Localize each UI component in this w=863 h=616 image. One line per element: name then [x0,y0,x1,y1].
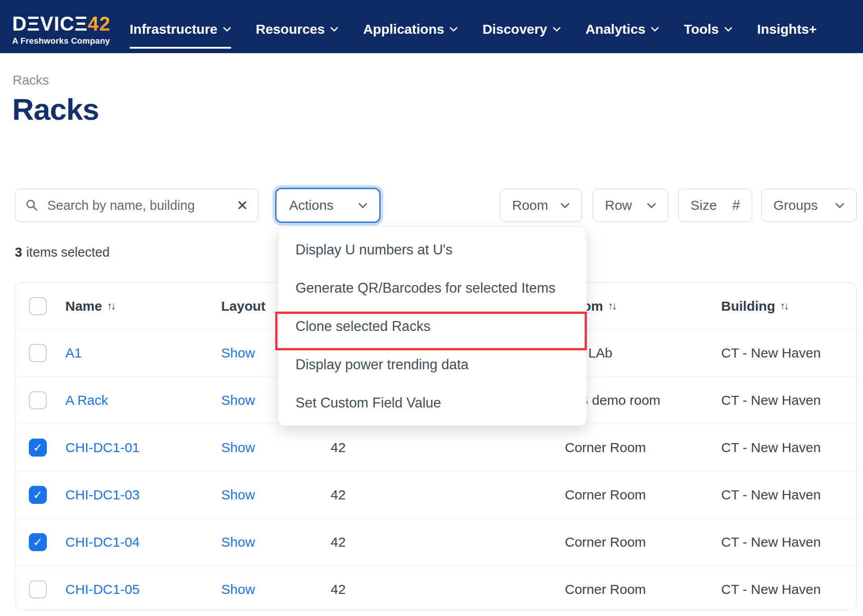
row-checkbox[interactable] [29,391,47,409]
building-value: CT - New Haven [721,582,821,597]
filter-size[interactable]: Size# [678,189,752,222]
logo-wordmark: DΞVICΞ42 [12,14,111,34]
sort-icon[interactable]: ↑↓ [608,300,616,312]
sort-icon[interactable]: ↑↓ [107,300,115,312]
main-menu: Infrastructure Resources Applications Di… [130,22,817,38]
filter-row[interactable]: Row [593,189,668,222]
check-icon: ✓ [33,488,43,502]
chevron-down-icon [223,27,231,32]
row-checkbox[interactable] [29,344,47,362]
room-value: LAb [588,345,612,360]
size-value: 42 [331,534,345,549]
column-header-layout: Layout [221,299,265,314]
row-checkbox[interactable]: ✓ [29,439,47,457]
table-row: ✓CHI-DC1-04Show42Corner RoomCT - New Hav… [15,518,856,566]
chevron-down-icon [835,203,845,208]
search-icon [25,199,39,212]
clear-search-icon[interactable]: ✕ [236,198,249,213]
device42-logo[interactable]: DΞVICΞ42 A Freshworks Company [12,14,111,46]
top-nav: DΞVICΞ42 A Freshworks Company Infrastruc… [0,0,863,53]
building-value: CT - New Haven [721,393,821,408]
search-box[interactable]: ✕ [15,189,259,222]
nav-item-insights[interactable]: Insights+ [757,22,817,38]
room-value: Corner Room [565,582,646,597]
filter-label: Room [512,198,548,213]
menu-item-display-u-numbers-at-u-s[interactable]: Display U numbers at U's [278,231,586,269]
column-header-building[interactable]: Building [721,299,775,314]
chevron-down-icon [330,27,338,32]
chevron-down-icon [560,203,570,208]
nav-item-tools[interactable]: Tools [684,22,732,38]
sort-icon[interactable]: ↑↓ [780,300,788,312]
nav-item-discovery[interactable]: Discovery [482,22,560,38]
room-value: Corner Room [565,440,646,455]
filter-label: Row [605,198,632,213]
chevron-down-icon [724,27,732,32]
check-icon: ✓ [33,535,43,549]
select-all-checkbox[interactable] [29,297,47,315]
nav-item-resources[interactable]: Resources [256,22,338,38]
breadcrumb: Racks [13,73,49,88]
menu-item-set-custom-field-value[interactable]: Set Custom Field Value [278,384,586,422]
chevron-down-icon [651,27,659,32]
search-input[interactable] [46,198,236,213]
building-value: CT - New Haven [721,487,821,502]
check-icon: ✓ [33,441,43,455]
menu-item-generate-qr-barcodes-for-selected-items[interactable]: Generate QR/Barcodes for selected Items [278,269,586,307]
rack-name-link[interactable]: A Rack [65,393,108,408]
show-layout-link[interactable]: Show [221,440,255,455]
table-row: ✓CHI-DC1-03Show42Corner RoomCT - New Hav… [15,471,856,518]
hash-icon: # [732,197,740,213]
show-layout-link[interactable]: Show [221,487,255,502]
menu-item-clone-selected-racks[interactable]: Clone selected Racks [278,307,586,345]
nav-item-label: Applications [363,22,444,37]
selected-count: 3 [15,245,22,259]
rack-name-link[interactable]: CHI-DC1-04 [65,534,140,549]
rack-name-link[interactable]: CHI-DC1-01 [65,440,140,455]
size-value: 42 [331,440,345,455]
size-value: 42 [331,582,345,597]
nav-item-applications[interactable]: Applications [363,22,458,38]
show-layout-link[interactable]: Show [221,534,255,549]
column-header-name[interactable]: Name [65,299,102,314]
menu-item-display-power-trending-data[interactable]: Display power trending data [278,345,586,384]
show-layout-link[interactable]: Show [221,345,255,360]
chevron-down-icon [358,203,368,208]
actions-dropdown-menu: Display U numbers at U'sGenerate QR/Barc… [278,226,587,426]
nav-item-analytics[interactable]: Analytics [586,22,659,38]
rack-name-link[interactable]: CHI-DC1-03 [65,487,140,502]
nav-item-label: Insights+ [757,22,817,37]
table-row: CHI-DC1-05Show42Corner RoomCT - New Have… [15,566,856,610]
nav-item-label: Infrastructure [130,22,218,37]
filter-room[interactable]: Room [500,189,582,222]
selection-summary: 3items selected [15,245,110,260]
show-layout-link[interactable]: Show [221,582,255,597]
room-value: Corner Room [565,534,646,549]
actions-button[interactable]: Actions [275,188,381,223]
room-value: S demo room [579,393,660,408]
filter-label: Groups [773,198,818,213]
page-title: Racks [12,92,99,127]
nav-item-label: Tools [684,22,719,37]
building-value: CT - New Haven [721,440,821,455]
nav-item-label: Analytics [586,22,645,37]
building-value: CT - New Haven [721,534,821,549]
chevron-down-icon [647,203,656,208]
nav-item-label: Resources [256,22,325,37]
chevron-down-icon [553,27,561,32]
row-checkbox[interactable]: ✓ [29,486,47,504]
rack-name-link[interactable]: A1 [65,345,82,360]
room-value: Corner Room [565,487,646,502]
filter-label: Size [690,198,717,213]
filter-groups[interactable]: Groups [761,189,857,222]
row-checkbox[interactable]: ✓ [29,533,47,551]
row-checkbox[interactable] [29,580,47,598]
table-row: ✓CHI-DC1-01Show42Corner RoomCT - New Hav… [15,424,856,471]
building-value: CT - New Haven [721,345,821,360]
size-value: 42 [331,487,345,502]
nav-item-label: Discovery [482,22,547,37]
show-layout-link[interactable]: Show [221,393,255,408]
nav-item-infrastructure[interactable]: Infrastructure [130,22,231,38]
chevron-down-icon [450,27,458,32]
rack-name-link[interactable]: CHI-DC1-05 [65,582,140,597]
